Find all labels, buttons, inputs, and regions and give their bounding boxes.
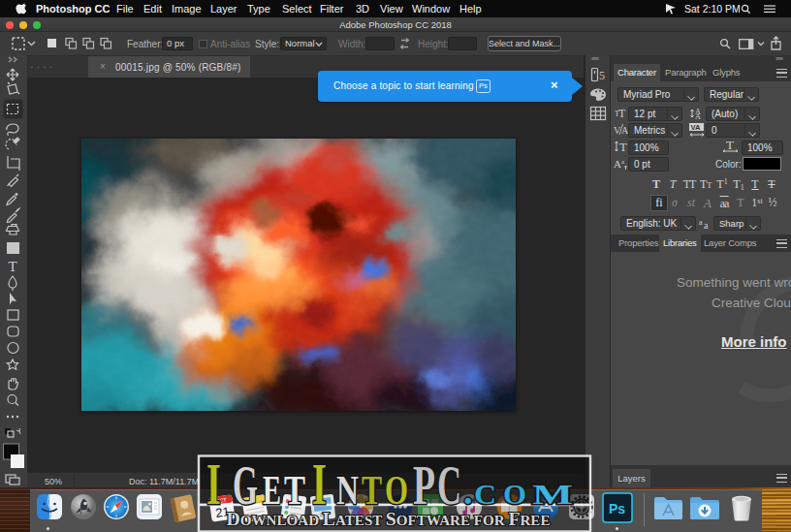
svg-text:O: O bbox=[503, 478, 526, 510]
svg-text:I: I bbox=[312, 451, 327, 516]
svg-text:.: . bbox=[463, 471, 473, 512]
svg-text:I: I bbox=[206, 451, 221, 516]
svg-text:E: E bbox=[263, 468, 281, 513]
svg-text:P: P bbox=[413, 455, 435, 516]
svg-text:C: C bbox=[437, 455, 461, 516]
svg-text:G: G bbox=[233, 455, 258, 516]
svg-text:T: T bbox=[362, 468, 382, 513]
svg-text:C: C bbox=[474, 478, 496, 510]
svg-text:O: O bbox=[385, 468, 408, 513]
svg-text:M: M bbox=[532, 478, 573, 510]
svg-text:DOWNLOAD LATEST SOFTWARE FOR F: DOWNLOAD LATEST SOFTWARE FOR FREE bbox=[227, 509, 551, 529]
svg-text:N: N bbox=[336, 468, 359, 513]
svg-text:T: T bbox=[284, 468, 305, 513]
